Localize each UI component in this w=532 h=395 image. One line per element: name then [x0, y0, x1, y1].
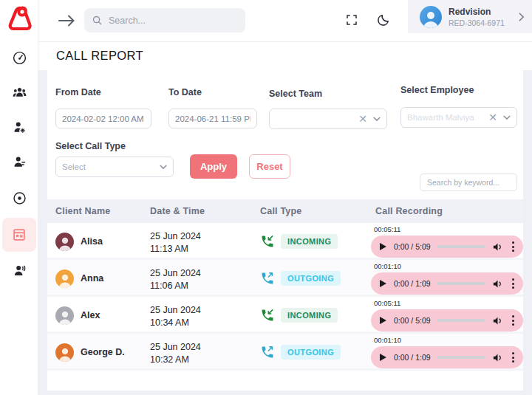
play-icon[interactable] — [380, 243, 386, 250]
employee-select[interactable]: Bhawarth Malviya ✕ — [400, 107, 517, 128]
profile-menu[interactable]: Redvision RED-3064-6971 — [408, 0, 532, 33]
dark-mode-moon-icon[interactable] — [372, 10, 393, 30]
from-date-input[interactable] — [55, 109, 151, 128]
user-settings-icon[interactable] — [0, 114, 38, 140]
profile-name: Redvision — [449, 7, 518, 17]
call-type-select[interactable]: Select — [55, 157, 174, 177]
sidebar — [0, 0, 38, 395]
audio-player[interactable]: 0:00 / 5:09 — [371, 236, 523, 258]
col-date-time: Date & Time — [150, 206, 205, 216]
report-card: From Date To Date Select Team Select Emp… — [47, 70, 523, 391]
kebab-menu-icon[interactable] — [512, 278, 514, 289]
table-row[interactable]: George D. 25 Jun 202410:32 AM OUTGOING 0… — [47, 334, 523, 371]
table-row[interactable]: Alex 25 Jun 202410:34 AM INCOMING 00:05:… — [47, 297, 523, 334]
volume-icon[interactable] — [492, 278, 503, 289]
call-type-badge: OUTGOING — [281, 271, 341, 286]
user-list-icon[interactable] — [0, 149, 38, 174]
kebab-menu-icon[interactable] — [512, 241, 514, 252]
col-client-name: Client Name — [55, 206, 110, 216]
content-area: From Date To Date Select Team Select Emp… — [38, 70, 532, 395]
dashboard-icon[interactable] — [0, 45, 38, 70]
fullscreen-icon[interactable] — [341, 10, 362, 30]
incoming-call-icon — [260, 234, 275, 249]
select-employee-label: Select Employee — [400, 85, 474, 95]
player-time: 0:00 / 1:09 — [394, 353, 431, 362]
chevron-down-icon — [503, 114, 511, 121]
col-call-recording: Call Recording — [375, 206, 443, 216]
call-datetime: 25 Jun 202411:13 AM — [150, 230, 201, 255]
recording-duration: 00:01:10 — [374, 262, 523, 270]
keyword-search-input[interactable] — [420, 174, 517, 191]
volume-icon[interactable] — [492, 315, 503, 326]
client-name: Anna — [81, 273, 103, 284]
recording-duration: 00:05:11 — [374, 225, 523, 233]
player-time: 0:00 / 1:09 — [394, 279, 431, 288]
select-call-type-label: Select Call Type — [55, 141, 126, 151]
kebab-menu-icon[interactable] — [512, 352, 514, 363]
call-datetime: 25 Jun 202411:06 AM — [150, 267, 201, 292]
call-type-placeholder: Select — [62, 162, 160, 171]
to-date-input[interactable] — [168, 109, 257, 128]
team-icon[interactable] — [0, 80, 38, 105]
client-name: Alex — [81, 310, 100, 320]
play-icon[interactable] — [380, 354, 386, 361]
audio-player[interactable]: 0:00 / 1:09 — [371, 346, 523, 368]
call-datetime: 25 Jun 202410:32 AM — [150, 341, 201, 366]
profile-avatar — [420, 6, 442, 28]
redvision-logo[interactable] — [8, 6, 32, 35]
profile-id: RED-3064-6971 — [449, 18, 518, 27]
call-datetime: 25 Jun 202410:34 AM — [150, 304, 201, 329]
player-progress-bar[interactable] — [437, 356, 485, 359]
play-icon[interactable] — [380, 280, 386, 287]
from-date-label: From Date — [55, 87, 101, 97]
kebab-menu-icon[interactable] — [512, 315, 514, 326]
sidebar-item-call-report[interactable] — [2, 218, 36, 252]
avatar — [55, 269, 74, 288]
client-name: George D. — [81, 347, 125, 357]
table-header: Client Name Date & Time Call Type Call R… — [47, 199, 523, 223]
col-call-type: Call Type — [260, 206, 301, 216]
player-progress-bar[interactable] — [437, 319, 485, 322]
client-name: Alisa — [81, 236, 103, 247]
to-date-label: To Date — [168, 87, 202, 97]
call-type-badge: OUTGOING — [281, 345, 341, 360]
page-title: CALL REPORT — [56, 49, 143, 63]
call-type-badge: INCOMING — [281, 308, 338, 323]
chevron-down-icon — [373, 115, 381, 123]
player-time: 0:00 / 5:09 — [394, 316, 431, 325]
recording-duration: 00:05:11 — [374, 299, 523, 307]
table-row[interactable]: Alisa 25 Jun 202411:13 AM INCOMING 00:05… — [47, 223, 523, 260]
topbar: Redvision RED-3064-6971 — [38, 0, 532, 42]
chevron-down-icon — [160, 163, 167, 171]
play-icon[interactable] — [380, 317, 386, 324]
incoming-call-icon — [260, 308, 275, 323]
collapse-arrow-icon[interactable] — [56, 10, 77, 31]
select-team-label: Select Team — [269, 89, 322, 99]
audio-player[interactable]: 0:00 / 5:09 — [371, 309, 523, 332]
reset-button[interactable]: Reset — [249, 154, 290, 179]
call-type-badge: INCOMING — [281, 234, 338, 249]
clear-icon[interactable]: ✕ — [488, 111, 497, 123]
player-progress-bar[interactable] — [437, 282, 485, 285]
apply-button[interactable]: Apply — [190, 154, 237, 179]
call-recording-cell: 00:01:10 0:00 / 1:09 — [371, 336, 523, 368]
volume-icon[interactable] — [492, 352, 503, 363]
call-recording-cell: 00:01:10 0:00 / 1:09 — [371, 262, 523, 295]
volume-icon[interactable] — [492, 241, 503, 253]
global-search[interactable] — [84, 8, 245, 32]
player-progress-bar[interactable] — [437, 245, 485, 248]
avatar — [55, 233, 74, 251]
call-recording-cell: 00:05:11 0:00 / 5:09 — [371, 225, 523, 258]
team-select[interactable]: ✕ — [269, 109, 387, 129]
avatar — [55, 306, 74, 325]
record-icon[interactable] — [0, 185, 38, 210]
employee-placeholder: Bhawarth Malviya — [407, 113, 488, 122]
player-time: 0:00 / 5:09 — [394, 242, 431, 251]
search-input[interactable] — [109, 16, 227, 26]
outgoing-call-icon — [260, 345, 275, 360]
audio-player[interactable]: 0:00 / 1:09 — [371, 272, 523, 295]
support-icon[interactable] — [0, 258, 38, 283]
table-row[interactable]: Anna 25 Jun 202411:06 AM OUTGOING 00:01:… — [47, 260, 523, 297]
call-recording-cell: 00:05:11 0:00 / 5:09 — [371, 299, 523, 332]
clear-icon[interactable]: ✕ — [358, 113, 367, 125]
